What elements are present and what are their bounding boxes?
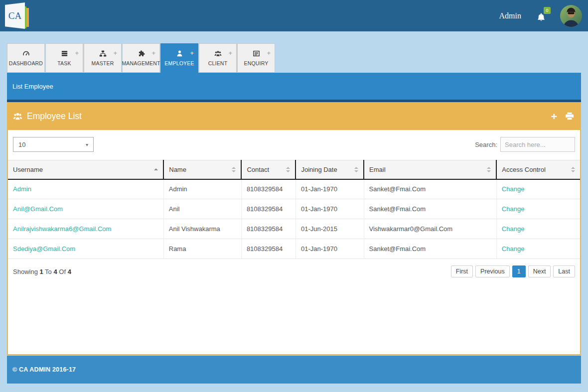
panel-title: Employee List [27, 111, 551, 122]
panel-header: Employee List + [7, 102, 581, 130]
task-icon [61, 50, 68, 57]
header-right: Admin 0 [499, 5, 582, 27]
sitemap-icon [99, 50, 107, 57]
col-label: Email [369, 166, 386, 173]
copyright-text: © CA ADMIN 2016-17 [12, 366, 76, 373]
search-label: Search: [475, 141, 497, 148]
main-tabs: DASHBOARD + TASK + MASTER + MANAGEMENT +… [7, 43, 581, 73]
tab-client[interactable]: + CLIENT [199, 43, 237, 73]
col-header-username[interactable]: Username [8, 160, 163, 179]
page-size-value: 10 [18, 141, 25, 148]
logo-card: CA [5, 2, 25, 29]
username-link[interactable]: Sdediya@Gmail.Com [13, 245, 75, 253]
users-icon [214, 50, 222, 57]
tab-employee[interactable]: + EMPLOYEE [160, 43, 198, 73]
puzzle-icon [138, 50, 145, 57]
tab-label: MASTER [92, 60, 114, 66]
table-controls: 10 ▾ Search: [8, 130, 580, 152]
employee-table: Username Name Contact Joining Date Email… [8, 160, 580, 259]
table-row: Anilrajvishwakarma6@Gmail.Com Anil Vishw… [8, 219, 580, 239]
col-header-name[interactable]: Name [163, 160, 241, 179]
col-label: Name [169, 166, 186, 173]
col-label: Username [13, 166, 43, 173]
pagination-previous[interactable]: Previous [475, 265, 510, 277]
username-link[interactable]: Anil@Gmail.Com [13, 205, 63, 213]
col-header-access-control[interactable]: Access Control [496, 160, 580, 179]
username-link[interactable]: Anilrajvishwakarma6@Gmail.Com [13, 225, 111, 233]
email-cell: Vishwakarmar0@Gmail.Com [364, 219, 496, 239]
name-cell: Rama [163, 239, 241, 259]
change-link[interactable]: Change [502, 225, 525, 233]
add-employee-button[interactable]: + [551, 111, 557, 122]
plus-icon: + [228, 50, 232, 56]
tab-dashboard[interactable]: DASHBOARD [7, 43, 45, 73]
plus-icon: + [75, 50, 79, 56]
printer-icon [565, 112, 574, 121]
table-row: Sdediya@Gmail.Com Rama 8108329584 01-Jan… [8, 239, 580, 259]
contact-cell: 8108329584 [241, 239, 295, 259]
change-link[interactable]: Change [502, 245, 525, 253]
tab-label: EMPLOYEE [164, 60, 194, 66]
employee-list-panel: Employee List + 10 ▾ Search: Username Na… [7, 102, 581, 355]
email-cell: Sanket@Fmai.Com [364, 179, 496, 199]
tab-management[interactable]: + MANAGEMENT [122, 43, 160, 73]
pagination: First Previous 1 Next Last [451, 265, 575, 277]
breadcrumb: List Employee [12, 83, 53, 90]
user-icon [176, 50, 183, 57]
col-label: Contact [247, 166, 269, 173]
joining-date-cell: 01-Jan-1970 [295, 179, 364, 199]
app-logo[interactable]: CA [4, 1, 30, 30]
joining-date-cell: 01-Jun-2015 [295, 219, 364, 239]
caret-down-icon: ▾ [86, 142, 88, 147]
tab-enquiry[interactable]: + ENQUIRY [237, 43, 275, 73]
col-header-email[interactable]: Email [364, 160, 496, 179]
col-header-contact[interactable]: Contact [241, 160, 295, 179]
document-icon [253, 50, 260, 57]
panel-actions: + [551, 111, 574, 122]
table-footer: Showing 1 To 4 Of 4 First Previous 1 Nex… [8, 259, 580, 277]
pagination-last[interactable]: Last [553, 265, 575, 277]
site-footer: © CA ADMIN 2016-17 [7, 356, 581, 384]
avatar-image [560, 5, 582, 27]
joining-date-cell: 01-Jan-1970 [295, 239, 364, 259]
pagination-next[interactable]: Next [528, 265, 551, 277]
print-button[interactable] [565, 112, 574, 121]
joining-date-cell: 01-Jan-1970 [295, 199, 364, 219]
tab-task[interactable]: + TASK [45, 43, 83, 73]
sort-asc-icon [154, 168, 158, 170]
tab-label: MANAGEMENT [122, 60, 160, 66]
tab-label: ENQUIRY [244, 60, 268, 66]
plus-icon: + [190, 50, 194, 56]
col-header-joining-date[interactable]: Joining Date [295, 160, 364, 179]
tab-label: TASK [57, 60, 71, 66]
name-cell: Anil [163, 199, 241, 219]
top-header: CA Admin 0 [0, 0, 588, 31]
page-size-select[interactable]: 10 ▾ [13, 137, 94, 152]
search-input[interactable] [500, 137, 575, 152]
user-menu[interactable]: Admin [499, 11, 521, 20]
name-cell: Anil Vishwakarma [163, 219, 241, 239]
dashboard-icon [22, 50, 30, 57]
email-cell: Sanket@Fmai.Com [364, 199, 496, 219]
change-link[interactable]: Change [502, 185, 525, 193]
tab-master[interactable]: + MASTER [84, 43, 122, 73]
sort-icon [487, 167, 491, 172]
pagination-page-1[interactable]: 1 [512, 265, 526, 277]
sort-icon [571, 167, 575, 172]
users-group-icon [13, 112, 22, 121]
sort-icon [232, 167, 236, 172]
username-link[interactable]: Admin [13, 185, 31, 193]
notifications-button[interactable]: 0 [536, 9, 547, 22]
table-row: Anil@Gmail.Com Anil 8108329584 01-Jan-19… [8, 199, 580, 219]
table-header-row: Username Name Contact Joining Date Email… [8, 160, 580, 179]
contact-cell: 8108329584 [241, 199, 295, 219]
sort-icon [354, 167, 358, 172]
logo-text: CA [8, 10, 21, 21]
bell-icon [536, 15, 546, 24]
breadcrumb-bar: List Employee [7, 73, 581, 102]
col-label: Joining Date [301, 166, 337, 173]
pagination-first[interactable]: First [451, 265, 473, 277]
avatar[interactable] [560, 5, 582, 27]
plus-icon: + [151, 50, 155, 56]
change-link[interactable]: Change [502, 205, 525, 213]
